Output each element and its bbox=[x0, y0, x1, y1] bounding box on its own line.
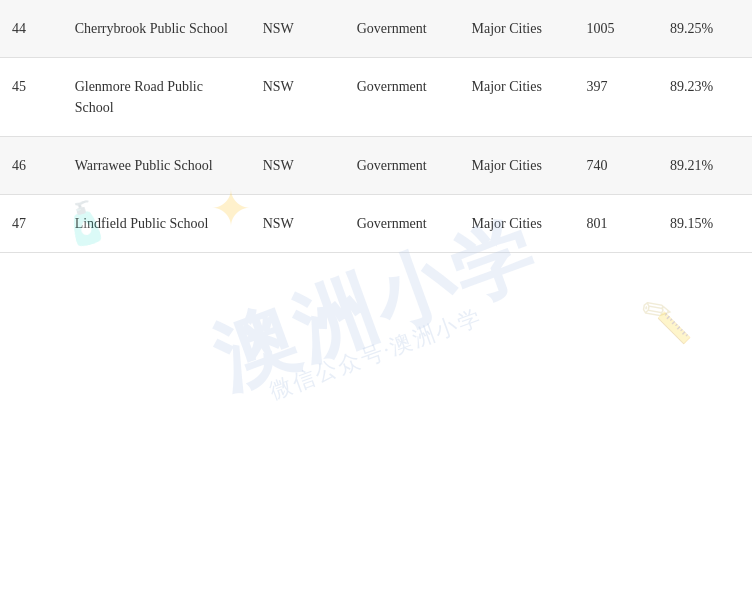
table-row: 47Lindfield Public SchoolNSWGovernmentMa… bbox=[0, 195, 752, 253]
cell-rank: 47 bbox=[0, 195, 63, 253]
cell-enrolment: 740 bbox=[574, 137, 658, 195]
cell-rank: 45 bbox=[0, 58, 63, 137]
cell-area: Major Cities bbox=[460, 195, 575, 253]
cell-type: Government bbox=[345, 137, 460, 195]
cell-score: 89.15% bbox=[658, 195, 752, 253]
cell-state: NSW bbox=[251, 137, 345, 195]
schools-table: 44Cherrybrook Public SchoolNSWGovernment… bbox=[0, 0, 752, 253]
cell-enrolment: 1005 bbox=[574, 0, 658, 58]
cell-score: 89.21% bbox=[658, 137, 752, 195]
cell-name: Lindfield Public School bbox=[63, 195, 251, 253]
cell-score: 89.25% bbox=[658, 0, 752, 58]
watermark-sub-text: 微信公众号·澳洲小学 bbox=[266, 302, 486, 407]
cell-state: NSW bbox=[251, 195, 345, 253]
cell-name: Warrawee Public School bbox=[63, 137, 251, 195]
cell-score: 89.23% bbox=[658, 58, 752, 137]
cell-enrolment: 397 bbox=[574, 58, 658, 137]
cell-enrolment: 801 bbox=[574, 195, 658, 253]
cell-area: Major Cities bbox=[460, 137, 575, 195]
cell-type: Government bbox=[345, 0, 460, 58]
cell-area: Major Cities bbox=[460, 58, 575, 137]
table-row: 46Warrawee Public SchoolNSWGovernmentMaj… bbox=[0, 137, 752, 195]
decorative-ruler-icon: 📏 bbox=[655, 310, 692, 345]
cell-name: Glenmore Road Public School bbox=[63, 58, 251, 137]
cell-rank: 44 bbox=[0, 0, 63, 58]
cell-rank: 46 bbox=[0, 137, 63, 195]
cell-state: NSW bbox=[251, 58, 345, 137]
cell-area: Major Cities bbox=[460, 0, 575, 58]
cell-type: Government bbox=[345, 58, 460, 137]
table-row: 45Glenmore Road Public SchoolNSWGovernme… bbox=[0, 58, 752, 137]
cell-type: Government bbox=[345, 195, 460, 253]
cell-name: Cherrybrook Public School bbox=[63, 0, 251, 58]
decorative-pencil-icon: ✏ bbox=[639, 288, 676, 335]
cell-state: NSW bbox=[251, 0, 345, 58]
table-row: 44Cherrybrook Public SchoolNSWGovernment… bbox=[0, 0, 752, 58]
